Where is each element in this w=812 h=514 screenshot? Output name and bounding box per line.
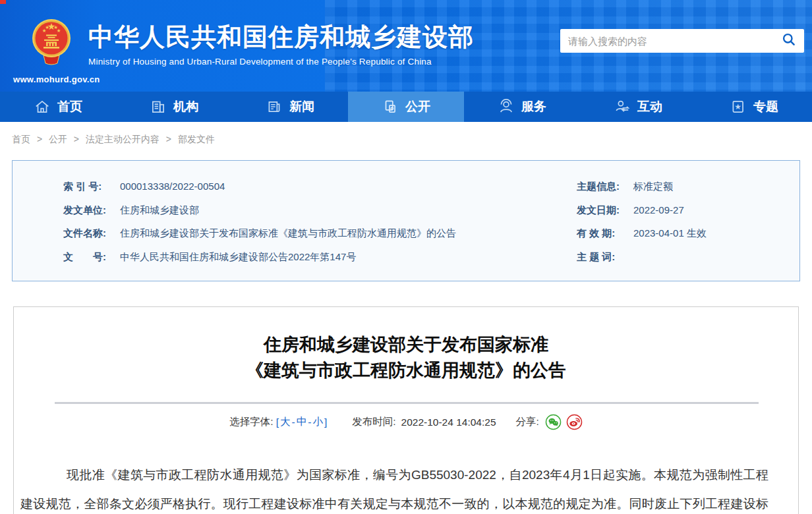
info-row-keywords: 主 题 词: — [577, 245, 799, 269]
breadcrumb-home[interactable]: 首页 — [12, 134, 30, 144]
info-value: 住房和城乡建设部关于发布国家标准《建筑与市政工程防水通用规范》的公告 — [120, 221, 456, 245]
site-title-english: Ministry of Housing and Urban-Rural Deve… — [88, 57, 474, 67]
info-label: 文 号: — [63, 245, 116, 269]
nav-item-label: 服务 — [521, 98, 546, 115]
wechat-share-icon[interactable] — [545, 414, 562, 430]
nav-item-service[interactable]: 服务 — [464, 92, 580, 122]
font-size-medium-button[interactable]: 中 — [297, 415, 307, 429]
corner-artifact — [0, 0, 6, 4]
document-info-box: 索 引 号: 000013338/2022-00504 发文单位: 住房和城乡建… — [12, 160, 800, 281]
publish-time-label: 发布时间: — [352, 415, 395, 429]
service-icon — [498, 98, 515, 115]
org-icon — [150, 98, 167, 115]
info-value: 2022-09-27 — [633, 198, 684, 222]
info-row-document-number: 文 号: 中华人民共和国住房和城乡建设部公告2022年第147号 — [63, 245, 577, 269]
article-title-line1: 住房和城乡建设部关于发布国家标准 — [14, 332, 798, 358]
info-label: 文件名称: — [63, 221, 116, 245]
info-label: 索 引 号: — [63, 175, 116, 198]
site-title-block: 中华人民共和国住房和城乡建设部 Ministry of Housing and … — [88, 22, 474, 67]
search-button[interactable] — [774, 29, 804, 53]
nav-item-label: 公开 — [405, 98, 430, 115]
info-row-topic-info: 主题信息: 标准定额 — [577, 175, 799, 198]
share-label: 分享: — [516, 415, 539, 429]
info-label: 主 题 词: — [577, 245, 629, 269]
info-value: 2023-04-01 生效 — [633, 221, 707, 245]
search-box — [560, 29, 804, 53]
font-size-large-button[interactable]: 大 — [280, 415, 291, 429]
title-divider — [55, 402, 759, 404]
font-size-small-button[interactable]: 小 — [312, 415, 323, 429]
info-label: 主题信息: — [577, 175, 629, 198]
home-icon — [34, 98, 51, 115]
font-selector-dash: - — [292, 416, 295, 428]
info-value: 中华人民共和国住房和城乡建设部公告2022年第147号 — [120, 245, 356, 269]
interact-icon — [614, 98, 631, 115]
topic-icon: ★ — [730, 98, 747, 115]
info-row-index-number: 索 引 号: 000013338/2022-00504 — [63, 175, 577, 198]
font-selector-bracket-close: ] — [324, 416, 327, 428]
info-value: 住房和城乡建设部 — [120, 198, 199, 222]
breadcrumb-separator: > — [166, 134, 171, 144]
info-row-effective-date: 有 效 期: 2023-04-01 生效 — [577, 221, 799, 245]
info-column-left: 索 引 号: 000013338/2022-00504 发文单位: 住房和城乡建… — [13, 175, 577, 268]
info-row-document-title: 文件名称: 住房和城乡建设部关于发布国家标准《建筑与市政工程防水通用规范》的公告 — [63, 221, 577, 245]
nav-item-label: 首页 — [57, 98, 82, 115]
breadcrumb: 首页 > 公开 > 法定主动公开内容 > 部发文件 — [12, 134, 812, 146]
article-content-box: 住房和城乡建设部关于发布国家标准 《建筑与市政工程防水通用规范》的公告 选择字体… — [13, 306, 799, 514]
breadcrumb-separator: > — [74, 134, 79, 144]
nav-item-label: 机构 — [173, 98, 198, 115]
font-selector-label: 选择字体: — [229, 415, 273, 429]
breadcrumb-open[interactable]: 公开 — [49, 134, 67, 144]
info-label: 发文日期: — [577, 198, 629, 222]
article-title-line2: 《建筑与市政工程防水通用规范》的公告 — [14, 358, 798, 384]
site-url: www.mohurd.gov.cn — [13, 74, 100, 84]
nav-item-org[interactable]: 机构 — [116, 92, 232, 122]
site-header: ★ ★ ★ ★ ★ www.mohurd.gov.cn 中华人民共和国住房和城乡… — [0, 0, 812, 92]
open-icon — [382, 98, 399, 115]
publish-time-value: 2022-10-24 14:04:25 — [401, 416, 496, 428]
svg-text:★: ★ — [45, 24, 49, 30]
article-meta-bar: 选择字体: [ 大 - 中 - 小 ] 发布时间: 2022-10-24 14:… — [14, 414, 798, 430]
info-value: 000013338/2022-00504 — [120, 175, 225, 198]
info-row-issuing-unit: 发文单位: 住房和城乡建设部 — [63, 198, 577, 222]
font-size-selector: 选择字体: [ 大 - 中 - 小 ] — [229, 415, 327, 429]
nav-item-label: 互动 — [637, 98, 662, 115]
svg-text:★: ★ — [734, 102, 741, 111]
nav-item-label: 新闻 — [289, 98, 314, 115]
breadcrumb-statutory-disclosure[interactable]: 法定主动公开内容 — [86, 134, 160, 144]
breadcrumb-separator: > — [37, 134, 42, 144]
nav-item-topic[interactable]: ★ 专题 — [696, 92, 812, 122]
nav-item-news[interactable]: 新闻 — [232, 92, 348, 122]
national-emblem-logo: ★ ★ ★ ★ ★ — [30, 14, 72, 71]
article-body-paragraph: 现批准《建筑与市政工程防水通用规范》为国家标准，编号为GB55030-2022，… — [14, 461, 798, 514]
nav-item-interact[interactable]: 互动 — [580, 92, 696, 122]
info-column-right: 主题信息: 标准定额 发文日期: 2022-09-27 有 效 期: 2023-… — [577, 175, 799, 268]
font-selector-bracket-open: [ — [276, 416, 279, 428]
news-icon — [266, 98, 283, 115]
search-input[interactable] — [560, 29, 774, 53]
font-selector-dash: - — [308, 416, 311, 428]
info-label: 有 效 期: — [577, 221, 629, 245]
share-icons — [545, 414, 583, 430]
info-label: 发文单位: — [63, 198, 116, 222]
nav-item-open[interactable]: 公开 — [348, 92, 464, 122]
search-icon — [781, 32, 797, 50]
main-nav: 首页 机构 新闻 公开 — [0, 92, 812, 122]
breadcrumb-ministry-documents: 部发文件 — [178, 134, 215, 144]
weibo-share-icon[interactable] — [566, 414, 583, 430]
article-title: 住房和城乡建设部关于发布国家标准 《建筑与市政工程防水通用规范》的公告 — [14, 332, 798, 384]
svg-text:★: ★ — [57, 28, 61, 34]
site-title-chinese: 中华人民共和国住房和城乡建设部 — [88, 22, 474, 51]
nav-item-label: 专题 — [753, 98, 778, 115]
info-row-issue-date: 发文日期: 2022-09-27 — [577, 198, 799, 222]
nav-item-home[interactable]: 首页 — [0, 92, 116, 122]
info-value: 标准定额 — [633, 175, 673, 198]
